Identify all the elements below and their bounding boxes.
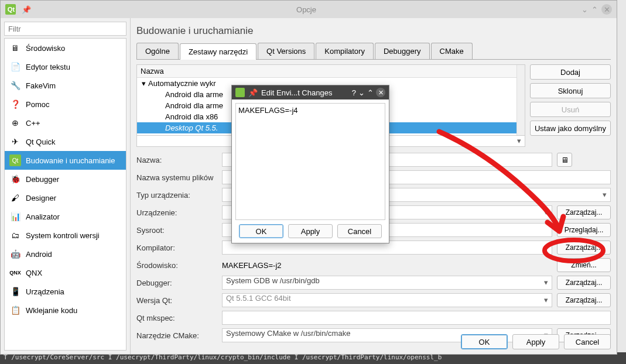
- designer-icon: 🖌: [9, 192, 21, 204]
- cpp-icon: ⊕: [9, 117, 21, 129]
- tab-cmake[interactable]: CMake: [431, 43, 473, 59]
- close-icon[interactable]: ✕: [376, 88, 385, 97]
- make-default-button[interactable]: Ustaw jako domyślny: [530, 121, 611, 136]
- qtver-label: Wersja Qt:: [136, 296, 217, 305]
- tab-compilers[interactable]: Kompilatory: [316, 43, 374, 59]
- qt-logo-icon: Qt: [5, 4, 16, 15]
- tabs: Ogólne Zestawy narzędzi Qt Versions Komp…: [136, 43, 611, 60]
- bug-icon: 🐞: [9, 173, 21, 185]
- category-qtquick[interactable]: ✈Qt Quick: [5, 132, 126, 151]
- category-cpp[interactable]: ⊕C++: [5, 114, 126, 132]
- filter-input[interactable]: [4, 22, 126, 36]
- name-label: Nazwa:: [136, 156, 217, 164]
- env-value: MAKEFLAGS=-j2: [222, 258, 552, 272]
- env-change-button[interactable]: Zmień...: [557, 258, 611, 272]
- category-qnx[interactable]: QNXQNX: [5, 263, 126, 282]
- env-label: Środowisko:: [136, 261, 217, 270]
- clone-button[interactable]: Sklonuj: [530, 83, 611, 98]
- android-icon: 🤖: [9, 248, 21, 260]
- pin-icon[interactable]: 📌: [22, 5, 31, 14]
- category-paste[interactable]: 📋Wklejanie kodu: [5, 301, 126, 320]
- tab-general[interactable]: Ogólne: [136, 43, 179, 59]
- monitor-icon: 🖥: [561, 156, 569, 164]
- fakevim-icon: 🔧: [9, 80, 21, 91]
- collapse-icon[interactable]: ▾: [142, 79, 146, 88]
- vcs-icon: 🗂: [9, 229, 21, 241]
- env-apply-button[interactable]: Apply: [288, 224, 333, 238]
- apply-button[interactable]: Apply: [512, 334, 559, 349]
- paste-icon: 📋: [9, 304, 21, 316]
- qtquick-icon: ✈: [9, 136, 21, 147]
- mkspec-label: Qt mkspec:: [136, 314, 217, 322]
- pin-icon[interactable]: 📌: [248, 88, 258, 97]
- page-title: Budowanie i uruchamianie: [136, 23, 611, 43]
- compiler-label: Kompilator:: [136, 243, 217, 252]
- category-text-editor[interactable]: 📄Edytor tekstu: [5, 57, 126, 76]
- debugger-manage-button[interactable]: Zarządzaj...: [557, 276, 611, 290]
- titlebar[interactable]: Qt 📌 Opcje ⌄ ⌃ ✕: [1, 1, 617, 18]
- cmake-label: Narzędzie CMake:: [136, 331, 217, 340]
- category-android[interactable]: 🤖Android: [5, 245, 126, 263]
- device-manage-button[interactable]: Zarządzaj...: [557, 205, 611, 219]
- tree-header[interactable]: Nazwa: [137, 65, 525, 78]
- qt-logo-icon: [235, 88, 245, 97]
- tab-qtversions[interactable]: Qt Versions: [258, 43, 314, 59]
- monitor-icon: 🖥: [9, 42, 21, 54]
- svg-text:Qt: Qt: [8, 6, 15, 13]
- env-ok-button[interactable]: OK: [239, 224, 283, 238]
- env-cancel-button[interactable]: Cancel: [337, 224, 382, 238]
- devtype-label: Typ urządzenia:: [136, 191, 217, 200]
- sysroot-label: Sysroot:: [136, 226, 217, 235]
- qtver-manage-button[interactable]: Zarządzaj...: [557, 293, 611, 307]
- qnx-icon: QNX: [9, 267, 21, 279]
- category-analyzer[interactable]: 📊Analizator: [5, 207, 126, 226]
- category-designer[interactable]: 🖌Designer: [5, 188, 126, 207]
- category-vcs[interactable]: 🗂System kontroli wersji: [5, 226, 126, 245]
- tab-kits[interactable]: Zestawy narzędzi: [180, 43, 256, 60]
- close-icon[interactable]: ✕: [601, 4, 612, 15]
- help-icon[interactable]: ?: [352, 88, 356, 97]
- sidebar: 🖥Środowisko 📄Edytor tekstu 🔧FakeVim ❓Pom…: [1, 18, 131, 354]
- cancel-button[interactable]: Cancel: [564, 334, 611, 349]
- category-environment[interactable]: 🖥Środowisko: [5, 39, 126, 57]
- category-debugger[interactable]: 🐞Debugger: [5, 170, 126, 188]
- category-fakevim[interactable]: 🔧FakeVim: [5, 76, 126, 95]
- category-build-run[interactable]: QtBudowanie i uruchamianie: [5, 151, 126, 170]
- scrollbar[interactable]: [516, 65, 525, 135]
- mkspec-input[interactable]: [222, 311, 611, 325]
- tab-debuggers[interactable]: Debuggery: [375, 43, 430, 59]
- category-help[interactable]: ❓Pomoc: [5, 95, 126, 114]
- env-dialog-titlebar[interactable]: 📌 Edit Envi...t Changes ? ⌄ ⌃ ✕: [232, 85, 389, 99]
- build-run-icon: Qt: [9, 154, 21, 166]
- maximize-icon[interactable]: ⌃: [591, 5, 598, 14]
- document-icon: 📄: [9, 61, 21, 73]
- minimize-icon[interactable]: ⌄: [358, 88, 365, 97]
- compiler-manage-button[interactable]: Zarządzaj...: [557, 241, 611, 255]
- category-devices[interactable]: 📱Urządzenia: [5, 282, 126, 301]
- env-dialog-title: Edit Envi...t Changes: [261, 88, 348, 97]
- debugger-label: Debugger:: [136, 279, 217, 287]
- devices-icon: 📱: [9, 286, 21, 297]
- desktop-icon-button[interactable]: 🖥: [557, 153, 572, 167]
- maximize-icon[interactable]: ⌃: [367, 88, 374, 97]
- category-list[interactable]: 🖥Środowisko 📄Edytor tekstu 🔧FakeVim ❓Pom…: [4, 38, 126, 351]
- minimize-icon[interactable]: ⌄: [581, 5, 588, 14]
- env-textarea[interactable]: [235, 103, 385, 220]
- fsname-label: Nazwa systemu plików: [136, 173, 217, 182]
- analyzer-icon: 📊: [9, 211, 21, 222]
- ok-button[interactable]: OK: [461, 334, 508, 349]
- window-title: Opcje: [31, 5, 581, 14]
- device-label: Urządzenie:: [136, 208, 217, 217]
- edit-env-dialog: 📌 Edit Envi...t Changes ? ⌄ ⌃ ✕ OK Apply…: [231, 85, 389, 243]
- remove-button: Usuń: [530, 102, 611, 117]
- help-icon: ❓: [9, 98, 21, 110]
- add-button[interactable]: Dodaj: [530, 64, 611, 80]
- qtver-select[interactable]: Qt 5.5.1 GCC 64bit: [222, 293, 552, 307]
- debugger-select[interactable]: System GDB w /usr/bin/gdb: [222, 276, 552, 290]
- sysroot-browse-button[interactable]: Przeglądaj...: [557, 223, 611, 237]
